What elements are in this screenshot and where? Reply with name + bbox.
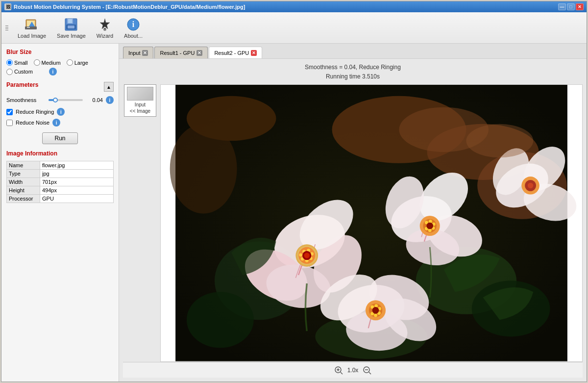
table-row: Height494px — [7, 186, 114, 195]
tab-result2-gpu[interactable]: Result2 - GPU ✕ — [209, 47, 262, 58]
svg-rect-7 — [68, 19, 72, 23]
tab-result2-label: Result2 - GPU — [214, 50, 249, 56]
radio-large-label: Large — [74, 60, 88, 66]
close-button[interactable]: ✕ — [576, 3, 584, 10]
tab-result1-label: Result1 - GPU — [160, 50, 195, 56]
run-button-container: Run — [6, 132, 114, 144]
radio-small-input[interactable] — [6, 59, 13, 66]
parameters-section: Parameters ▲ Smoothness 0.04 i Redu — [6, 81, 114, 127]
smoothness-info-icon[interactable]: i — [106, 96, 114, 104]
radio-large[interactable]: Large — [67, 59, 88, 66]
table-row: Typejpg — [7, 170, 114, 178]
svg-point-62 — [528, 183, 533, 188]
zoom-level: 1.0x — [347, 367, 359, 374]
svg-point-39 — [299, 254, 302, 257]
svg-point-20 — [170, 124, 237, 214]
result-line1: Smoothness = 0.04, Reduce Ringing — [123, 63, 583, 72]
reduce-noise-checkbox[interactable] — [6, 120, 13, 126]
table-row: Width701px — [7, 178, 114, 186]
reduce-noise-label: Reduce Noise — [16, 120, 49, 126]
tab-result1-gpu[interactable]: Result1 - GPU ✕ — [154, 47, 208, 58]
smoothness-row: Smoothness 0.04 i — [6, 96, 114, 104]
flower-image — [161, 85, 582, 361]
zoom-in-button[interactable] — [334, 365, 343, 375]
content-area: Input << Image — [123, 84, 583, 362]
tab-input-label: Input — [128, 50, 140, 56]
svg-marker-10 — [100, 19, 110, 29]
svg-point-74 — [374, 314, 377, 317]
svg-point-55 — [426, 223, 433, 230]
image-info-section: Image Information Nameflower.jpgTypejpgW… — [6, 150, 114, 203]
custom-radio-row: Custom i — [6, 68, 114, 76]
radio-small-label: Small — [14, 60, 28, 66]
svg-point-41 — [304, 253, 310, 258]
load-image-icon — [24, 17, 40, 32]
blur-size-section: Blur Size Small Medium Large — [6, 49, 114, 76]
save-image-button[interactable]: Save Image — [52, 14, 90, 41]
svg-point-78 — [466, 124, 533, 157]
wizard-icon — [97, 17, 113, 32]
svg-text:i: i — [132, 20, 135, 28]
svg-rect-4 — [27, 27, 30, 28]
about-button[interactable]: i About... — [120, 14, 147, 41]
reduce-noise-info-icon[interactable]: i — [52, 119, 60, 127]
smoothness-value: 0.04 — [86, 97, 103, 103]
blur-size-options: Small Medium Large — [6, 59, 114, 66]
maximize-button[interactable]: □ — [567, 3, 575, 10]
image-display[interactable] — [160, 84, 583, 362]
zoom-out-button[interactable] — [362, 365, 372, 375]
parameters-header: Parameters ▲ — [6, 81, 114, 92]
wizard-button[interactable]: Wizard — [92, 14, 118, 41]
right-panel: Input ✕ Result1 - GPU ✕ Result2 - GPU ✕ … — [119, 44, 587, 382]
svg-rect-12 — [104, 28, 106, 29]
load-image-button[interactable]: Load Image — [13, 14, 50, 41]
tab-input-close[interactable]: ✕ — [142, 50, 148, 56]
titlebar-controls: — □ ✕ — [558, 3, 584, 10]
save-image-icon — [63, 17, 79, 32]
reduce-ringing-row: Reduce Ringing i — [6, 108, 114, 116]
result-line2: Running time 3.510s — [123, 72, 583, 81]
tab-input[interactable]: Input ✕ — [123, 47, 153, 58]
thumbnail-button[interactable]: Input << Image — [124, 84, 156, 117]
main-content: Blur Size Small Medium Large — [1, 44, 587, 382]
radio-custom-input[interactable] — [6, 69, 13, 75]
main-window: 🖼 Robust Motion Deblurring System - [E:/… — [1, 1, 587, 382]
minimize-button[interactable]: — — [558, 3, 566, 10]
left-panel: Blur Size Small Medium Large — [1, 44, 119, 382]
load-image-label: Load Image — [18, 33, 46, 39]
wizard-label: Wizard — [97, 33, 113, 39]
radio-custom[interactable]: Custom — [6, 69, 33, 75]
svg-point-76 — [372, 307, 379, 314]
run-button[interactable]: Run — [42, 132, 77, 144]
tab-result1-close[interactable]: ✕ — [196, 50, 202, 56]
image-info-title: Image Information — [6, 150, 114, 157]
image-info-table: Nameflower.jpgTypejpgWidth701pxHeight494… — [6, 161, 114, 203]
parameters-title: Parameters — [6, 81, 38, 88]
radio-medium-input[interactable] — [34, 59, 40, 66]
thumbnail-label1: Input — [135, 102, 146, 107]
thumbnail-label: Input << Image — [130, 102, 150, 114]
blur-size-title: Blur Size — [6, 49, 114, 55]
blur-size-info-icon[interactable]: i — [49, 68, 57, 76]
svg-rect-9 — [68, 26, 74, 28]
smoothness-slider-track[interactable] — [49, 99, 83, 101]
smoothness-label: Smoothness — [6, 97, 46, 103]
radio-custom-label: Custom — [14, 69, 33, 75]
reduce-noise-row: Reduce Noise i — [6, 119, 114, 127]
save-image-label: Save Image — [57, 33, 86, 39]
about-icon: i — [125, 17, 141, 32]
collapse-button[interactable]: ▲ — [104, 82, 114, 92]
about-label: About... — [124, 33, 143, 39]
reduce-ringing-checkbox[interactable] — [6, 109, 13, 115]
reduce-ringing-label: Reduce Ringing — [16, 109, 54, 115]
radio-small[interactable]: Small — [6, 59, 28, 66]
zoom-bar: 1.0x — [123, 362, 583, 378]
radio-large-input[interactable] — [67, 59, 73, 66]
tab-result2-close[interactable]: ✕ — [251, 50, 257, 56]
radio-medium[interactable]: Medium — [34, 59, 61, 66]
app-icon: 🖼 — [4, 3, 11, 10]
svg-rect-3 — [25, 26, 37, 29]
svg-line-80 — [341, 372, 343, 374]
reduce-ringing-info-icon[interactable]: i — [57, 108, 65, 116]
toolbar: Load Image Save Image — [1, 12, 587, 44]
